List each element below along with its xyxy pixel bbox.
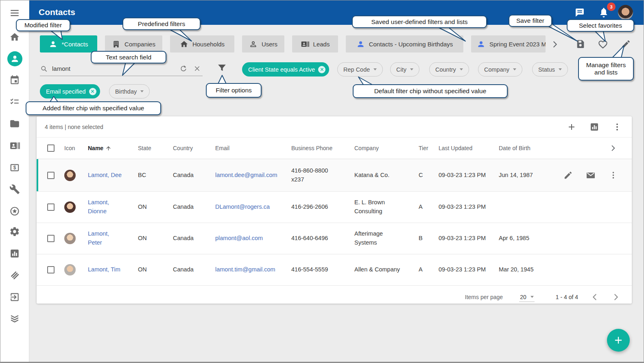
- contact-avatar: [64, 170, 76, 181]
- sidebar-item-tasks-checklist[interactable]: [9, 97, 20, 107]
- cell-company: E. L. Brown Consulting: [354, 198, 419, 216]
- filter-chip-status[interactable]: Status: [532, 62, 568, 77]
- manage-filters-pencil-icon[interactable]: [621, 39, 631, 49]
- pagination-bar: Items per page 20 1 - 4 of 4: [37, 286, 632, 308]
- column-header-icon[interactable]: Icon: [64, 145, 88, 151]
- filter-chip-client-state[interactable]: Client State equals Active: [242, 62, 329, 77]
- sidebar-item-settings-gear[interactable]: [9, 226, 20, 237]
- previous-page-chevron-icon[interactable]: [590, 293, 599, 302]
- tab-households[interactable]: Households: [170, 35, 234, 52]
- sidebar-item-address-book[interactable]: [9, 140, 20, 151]
- send-email-icon[interactable]: [586, 171, 596, 180]
- save-filter-icon[interactable]: [575, 39, 585, 49]
- contact-email-link[interactable]: lamont.tim@gmail.com: [215, 265, 291, 274]
- table-header-row: Icon Name State Country Email Business P…: [37, 138, 632, 159]
- tab-saved-upcoming-birthdays[interactable]: Contacts - Upcoming Birthdays: [346, 35, 463, 52]
- filter-chip-company[interactable]: Company: [478, 62, 522, 77]
- tab-users[interactable]: Users: [242, 35, 284, 52]
- page-size-select[interactable]: 20: [519, 293, 535, 302]
- column-header-business-phone[interactable]: Business Phone: [291, 145, 354, 151]
- tabs-overflow-chevron-icon[interactable]: [550, 40, 559, 49]
- tab-leads[interactable]: Leads: [292, 35, 338, 52]
- filter-chip-city[interactable]: City: [390, 62, 419, 77]
- column-header-email[interactable]: Email: [215, 145, 291, 151]
- sidebar-item-calendar[interactable]: [9, 75, 20, 85]
- cell-company: Afterimage Systems: [354, 230, 419, 247]
- app-window: Contacts 3 *Contacts Companies Household…: [0, 0, 644, 363]
- row-checkbox[interactable]: [47, 235, 55, 242]
- edit-pencil-icon[interactable]: [563, 171, 573, 180]
- clear-search-icon[interactable]: [193, 65, 201, 72]
- table-row[interactable]: Lamont, Dee BC Canada lamont.dee@gmail.c…: [37, 159, 632, 192]
- filter-chip-email-specified[interactable]: Email specified: [40, 84, 100, 98]
- cell-last-updated: 09-03-23 1:23 PM: [439, 171, 499, 180]
- column-header-date-of-birth[interactable]: Date of Birth: [499, 145, 556, 151]
- chevron-down-icon: [140, 90, 144, 92]
- column-header-state[interactable]: State: [138, 145, 173, 151]
- row-more-kebab-icon[interactable]: [609, 171, 618, 180]
- sidebar-item-opportunities-dollar[interactable]: [9, 162, 20, 173]
- column-header-last-updated[interactable]: Last Updated: [439, 145, 499, 151]
- filter-funnel-icon[interactable]: [217, 63, 227, 73]
- row-checkbox[interactable]: [47, 172, 55, 179]
- cell-tier: A: [419, 203, 439, 212]
- contact-name-link[interactable]: Lamont, Peter: [88, 230, 138, 247]
- tab-contacts[interactable]: *Contacts: [40, 35, 97, 52]
- expand-columns-chevron-icon[interactable]: [609, 144, 617, 152]
- tab-companies[interactable]: Companies: [105, 35, 162, 52]
- column-header-country[interactable]: Country: [173, 145, 215, 151]
- remove-chip-icon[interactable]: [89, 88, 96, 95]
- cell-phone: 416-640-6496: [291, 234, 354, 243]
- sidebar-item-layers[interactable]: [9, 313, 20, 324]
- sidebar-item-campaigns[interactable]: [9, 270, 20, 280]
- chart-view-icon[interactable]: [589, 122, 599, 132]
- saved-filter-person-icon: [477, 40, 485, 48]
- cell-company: Katana & Co.: [354, 171, 419, 180]
- row-checkbox[interactable]: [47, 203, 55, 211]
- contact-name-link[interactable]: Lamont, Dee: [88, 171, 138, 180]
- chevron-down-icon: [530, 296, 534, 298]
- more-options-kebab-icon[interactable]: [612, 122, 622, 132]
- contact-email-link[interactable]: lamont.dee@gmail.com: [215, 171, 291, 180]
- add-contact-fab[interactable]: [607, 329, 630, 352]
- table-row[interactable]: Lamont, Peter ON Canada plamont@aol.com …: [37, 223, 632, 254]
- callout-predefined-filters: Predefined filters: [122, 17, 201, 30]
- sidebar-item-tools-wrench[interactable]: [9, 184, 20, 195]
- sidebar-item-reports-chart[interactable]: [9, 248, 20, 259]
- contact-email-link[interactable]: DLamont@rogers.ca: [215, 203, 291, 212]
- favorites-heart-icon[interactable]: [598, 39, 608, 50]
- contact-name-link[interactable]: Lamont, Tim: [88, 265, 138, 274]
- sidebar-item-import-export[interactable]: [9, 292, 20, 302]
- sidebar-item-contacts-active[interactable]: [7, 51, 22, 66]
- menu-icon[interactable]: [9, 8, 20, 18]
- filter-chip-rep-code[interactable]: Rep Code: [337, 62, 383, 77]
- table-row[interactable]: Lamont, Tim ON Canada lamont.tim@gmail.c…: [37, 254, 632, 286]
- column-header-tier[interactable]: Tier: [419, 145, 439, 151]
- contact-name-link[interactable]: Lamont, Dionne: [88, 198, 138, 216]
- select-all-checkbox[interactable]: [47, 144, 55, 152]
- filter-chip-country[interactable]: Country: [429, 62, 469, 77]
- sidebar-item-favorites-star[interactable]: [9, 206, 20, 216]
- callout-saved-filters: Saved user-defined filters and lists: [352, 15, 487, 28]
- user-avatar[interactable]: [618, 5, 633, 20]
- cell-country: Canada: [173, 203, 215, 212]
- sidebar-item-home[interactable]: [9, 32, 20, 42]
- search-input[interactable]: [52, 65, 179, 72]
- column-header-company[interactable]: Company: [354, 145, 419, 151]
- refresh-icon[interactable]: [179, 65, 188, 73]
- tab-saved-spring-event[interactable]: Spring Event 2023 Me: [471, 35, 546, 52]
- remove-chip-icon[interactable]: [318, 66, 325, 73]
- filter-chip-birthday[interactable]: Birthday: [109, 84, 150, 98]
- contact-email-link[interactable]: plamont@aol.com: [215, 234, 291, 243]
- table-row[interactable]: Lamont, Dionne ON Canada DLamont@rogers.…: [37, 192, 632, 223]
- contacts-table-card: 4 items | none selected Icon Name State …: [37, 116, 632, 304]
- column-header-name[interactable]: Name: [88, 145, 138, 151]
- chevron-down-icon: [513, 68, 516, 70]
- cell-state: ON: [138, 265, 173, 274]
- chat-icon[interactable]: [574, 7, 585, 18]
- cell-tier: B: [419, 234, 439, 243]
- sidebar-item-documents-folder[interactable]: [9, 118, 20, 129]
- add-column-icon[interactable]: [567, 122, 576, 132]
- row-checkbox[interactable]: [47, 266, 55, 273]
- next-page-chevron-icon[interactable]: [611, 293, 620, 302]
